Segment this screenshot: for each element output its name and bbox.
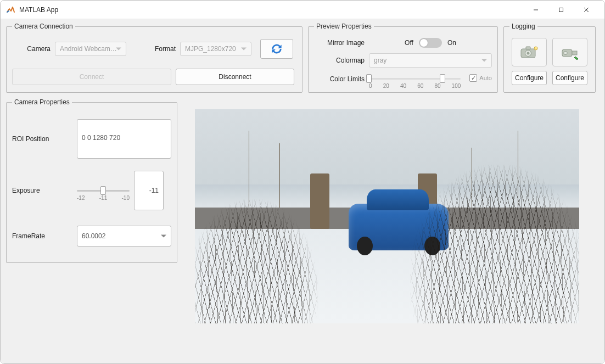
chevron-down-icon [241, 48, 247, 51]
framerate-label: FrameRate [12, 232, 72, 240]
color-limits-thumb-high[interactable] [440, 74, 445, 83]
app-window: MATLAB App Camera Connection Camera Andr… [0, 0, 605, 364]
chevron-down-icon [161, 235, 166, 238]
exposure-label: Exposure [12, 187, 72, 194]
framerate-value: 60.0002 [82, 232, 105, 240]
minimize-button[interactable] [523, 2, 548, 18]
exposure-thumb[interactable] [100, 186, 106, 195]
framerate-select[interactable]: 60.0002 [77, 226, 171, 247]
colormap-select[interactable]: gray [369, 53, 492, 68]
svg-point-4 [527, 52, 530, 55]
roi-position-field[interactable]: 0 0 1280 720 [77, 119, 171, 159]
colormap-select-value: gray [374, 57, 386, 64]
window-title: MATLAB App [19, 6, 58, 14]
titlebar: MATLAB App [1, 1, 604, 19]
exposure-field[interactable]: -11 [134, 171, 164, 210]
camera-label: Camera [12, 45, 51, 53]
connect-button-label: Connect [80, 73, 104, 81]
mirror-on-label: On [447, 39, 456, 47]
exposure-value: -11 [149, 187, 159, 194]
camera-select-value: Android Webcam… [60, 45, 117, 53]
roi-position-value: 0 0 1280 720 [82, 134, 120, 142]
svg-point-8 [564, 51, 567, 54]
format-select-value: MJPG_1280x720 [185, 45, 236, 53]
matlab-logo-icon [6, 5, 15, 14]
camera-icon [519, 44, 539, 60]
format-label: Format [137, 45, 176, 53]
logging-legend: Logging [509, 23, 537, 30]
chevron-down-icon [116, 48, 121, 51]
auto-checkbox[interactable] [469, 74, 477, 82]
disconnect-button[interactable]: Disconnect [176, 69, 294, 85]
format-select[interactable]: MJPG_1280x720 [180, 42, 251, 56]
mirror-toggle[interactable] [419, 38, 442, 48]
svg-rect-2 [526, 47, 530, 49]
preview-properties-panel: Preview Properties Mirror Image Off On C… [308, 23, 498, 93]
camera-connection-legend: Camera Connection [12, 23, 75, 30]
video-log-button[interactable] [552, 38, 587, 66]
chevron-down-icon [481, 59, 487, 62]
preview-properties-legend: Preview Properties [314, 23, 374, 30]
close-button[interactable] [574, 2, 599, 18]
colormap-label: Colormap [314, 57, 365, 64]
refresh-button[interactable] [260, 39, 293, 59]
configure-video-button[interactable]: Configure [552, 71, 587, 85]
mirror-image-label: Mirror Image [314, 39, 365, 47]
auto-label: Auto [479, 75, 492, 81]
svg-point-5 [534, 47, 537, 50]
connect-button[interactable]: Connect [12, 69, 171, 85]
disconnect-button-label: Disconnect [219, 73, 251, 81]
refresh-icon [270, 42, 284, 56]
camera-connection-panel: Camera Connection Camera Android Webcam…… [6, 23, 302, 93]
camera-properties-panel: Camera Properties ROI Position 0 0 1280 … [6, 98, 177, 263]
client-area: Camera Connection Camera Android Webcam…… [1, 19, 604, 363]
svg-rect-0 [559, 8, 563, 12]
color-limits-slider[interactable]: 0 20 40 60 80 100 [369, 73, 461, 84]
camera-properties-legend: Camera Properties [12, 98, 72, 106]
color-limits-ticks: 0 20 40 60 80 100 [369, 83, 461, 89]
maximize-button[interactable] [548, 2, 574, 18]
preview-area [195, 109, 579, 323]
snapshot-log-button[interactable] [512, 38, 547, 66]
mirror-off-label: Off [405, 39, 413, 47]
exposure-ticks: -12 -11 -10 [77, 195, 130, 201]
configure-video-label: Configure [556, 74, 584, 82]
camcorder-icon [560, 44, 580, 60]
camera-select[interactable]: Android Webcam… [55, 42, 126, 56]
svg-rect-7 [572, 51, 577, 55]
configure-snapshot-button[interactable]: Configure [512, 71, 547, 85]
roi-position-label: ROI Position [12, 135, 72, 143]
logging-panel: Logging [503, 23, 596, 93]
configure-snapshot-label: Configure [515, 74, 544, 82]
exposure-slider[interactable]: -12 -11 -10 [77, 185, 130, 196]
color-limits-thumb-low[interactable] [366, 74, 372, 83]
color-limits-label: Color Limits [314, 73, 365, 83]
